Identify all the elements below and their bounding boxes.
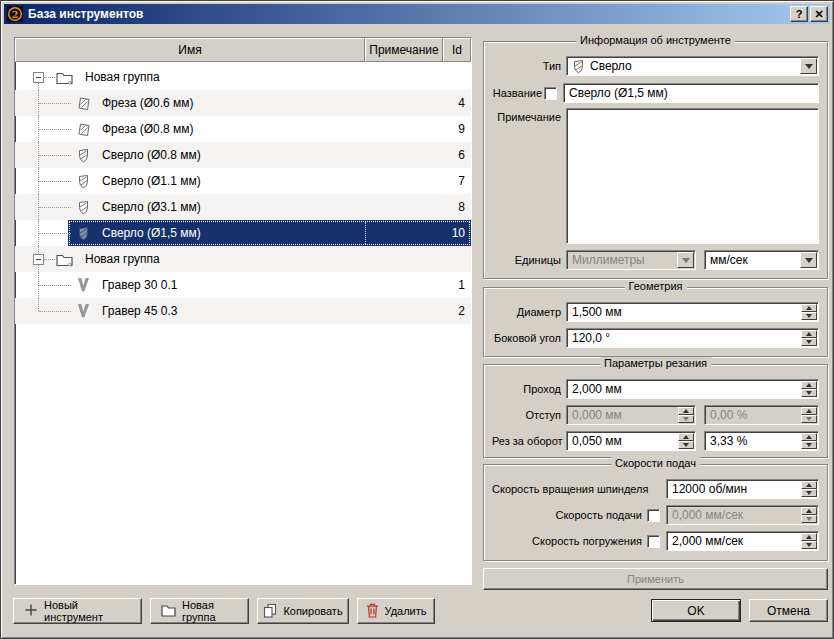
spinner-buttons[interactable] [801,481,817,497]
tree-row[interactable]: Гравер 45 0.32 [15,298,471,324]
column-header-note[interactable]: Примечание [365,38,443,62]
tree-item-id: 9 [444,122,471,136]
copy-icon [263,603,277,620]
folder-icon [56,71,73,88]
spinner-buttons[interactable] [801,304,817,320]
folder-icon [161,604,176,619]
tree-row[interactable]: Фреза (Ø0.6 мм)4 [15,90,471,116]
name-value: Сверло (Ø1,5 мм) [569,86,668,100]
delete-label: Удалить [385,605,427,617]
close-button[interactable]: ✕ [810,6,828,22]
copy-label: Копировать [283,605,342,617]
tree-row[interactable]: Сверло (Ø1,5 мм)10 [15,220,471,246]
chevron-down-icon[interactable] [800,252,817,268]
plunge-rate-checkbox[interactable] [647,535,660,548]
cut-per-rev-spinbox[interactable]: 0,050 мм [566,431,696,451]
new-tool-label: Новый инструмент [44,599,131,623]
plunge-rate-spinbox[interactable]: 2,000 мм/сек [666,531,819,551]
tree-branch-line [39,129,71,130]
chevron-down-icon[interactable] [800,58,817,74]
copy-button[interactable]: Копировать [257,598,349,624]
collapse-expander-icon[interactable] [33,254,44,265]
apply-button: Применить [483,568,828,590]
folder-icon [56,253,73,270]
group-tool-info-legend: Информация об инструменте [576,34,735,46]
pass-label: Проход [492,383,561,395]
type-combobox[interactable]: Сверло [566,56,819,76]
spindle-speed-label: Скорость вращения шпинделя [492,483,642,495]
trash-icon [366,603,379,620]
group-geometry: Геометрия Диаметр 1,500 мм Боковой угол … [483,287,828,357]
tree-row[interactable]: Сверло (Ø3.1 мм)8 [15,194,471,220]
units-label: Единицы [492,254,561,266]
spinner-buttons[interactable] [801,381,817,397]
note-textarea[interactable] [566,108,819,244]
type-label: Тип [492,60,561,72]
new-group-label: Новая группа [182,599,238,623]
tree-row[interactable]: Сверло (Ø0.8 мм)6 [15,142,471,168]
app-icon: 2 [7,6,23,22]
group-feed-rates: Скорости подач Скорость вращения шпиндел… [483,464,828,561]
tree-item-label: Новая группа [85,70,160,84]
cut-per-rev-percent-value: 3,33 % [710,434,747,448]
plunge-rate-label: Скорость погружения [492,535,642,547]
side-angle-value: 120,0 ° [572,331,610,345]
feed-rate-checkbox[interactable] [647,509,660,522]
feed-rate-spinbox: 0,000 мм/сек [666,505,819,525]
tree-branch-line [39,207,71,208]
tree-group-row[interactable]: Новая группа [15,246,471,272]
drill-icon [77,226,90,244]
tree-item-label: Фреза (Ø0.8 мм) [102,122,194,136]
tree-item-id: 6 [444,148,471,162]
tree-item-label: Сверло (Ø0.8 мм) [102,148,201,162]
diameter-value: 1,500 мм [572,305,622,319]
ok-button[interactable]: OK [651,599,741,622]
plunge-rate-value: 2,000 мм/сек [672,534,743,548]
tree-branch-line [38,298,39,311]
new-tool-button[interactable]: Новый инструмент [13,598,142,624]
drill-icon [77,148,90,166]
new-group-button[interactable]: Новая группа [150,598,249,624]
tree-item-label: Гравер 45 0.3 [102,304,177,318]
column-header-name[interactable]: Имя [15,38,365,62]
collapse-expander-icon[interactable] [33,72,44,83]
offset-label: Отступ [492,409,561,421]
tree-body: Новая группаФреза (Ø0.6 мм)4Фреза (Ø0.8 … [15,62,471,324]
group-cutting-params: Параметры резания Проход 2,000 мм Отступ… [483,364,828,458]
name-checkbox[interactable] [544,87,557,100]
spinner-buttons[interactable] [801,330,817,346]
side-angle-label: Боковой угол [492,332,561,344]
titlebar: 2 База инструментов ? ✕ [4,4,830,24]
spinner-buttons[interactable] [801,433,817,449]
tree-item-label: Фреза (Ø0.6 мм) [102,96,194,110]
spinner-buttons[interactable] [801,533,817,549]
tree-group-row[interactable]: Новая группа [15,64,471,90]
cancel-button[interactable]: Отмена [749,599,828,622]
drill-icon [77,200,90,218]
tree-row[interactable]: Фреза (Ø0.8 мм)9 [15,116,471,142]
feed-rate-value: 0,000 мм/сек [672,508,743,522]
help-button[interactable]: ? [790,6,808,22]
tree-item-label: Сверло (Ø3.1 мм) [102,200,201,214]
speed-units-combobox[interactable]: мм/сек [704,250,819,270]
pass-value: 2,000 мм [572,382,622,396]
pass-spinbox[interactable]: 2,000 мм [566,379,819,399]
chevron-down-icon [677,252,694,268]
tree-row[interactable]: Сверло (Ø1.1 мм)7 [15,168,471,194]
spindle-speed-spinbox[interactable]: 12000 об/мин [666,479,819,499]
mill-icon [77,96,91,114]
engraver-icon [77,278,90,295]
name-input[interactable]: Сверло (Ø1,5 мм) [563,83,819,103]
window-title: База инструментов [28,7,788,21]
cut-per-rev-percent-spinbox[interactable]: 3,33 % [704,431,819,451]
group-feed-rates-legend: Скорости подач [611,457,700,469]
offset-percent-value: 0,00 % [710,408,747,422]
mill-icon [77,122,91,140]
diameter-spinbox[interactable]: 1,500 мм [566,302,819,322]
column-header-id[interactable]: Id [443,38,471,62]
spinner-buttons[interactable] [678,433,694,449]
delete-button[interactable]: Удалить [357,598,435,624]
group-cutting-params-legend: Параметры резания [600,357,711,369]
side-angle-spinbox[interactable]: 120,0 ° [566,328,819,348]
tree-row[interactable]: Гравер 30 0.11 [15,272,471,298]
